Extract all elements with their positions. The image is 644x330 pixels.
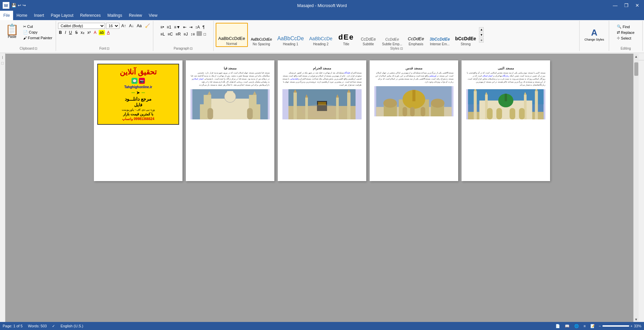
style-heading2[interactable]: AaBbCcDe Heading 2 [307,23,335,47]
paragraph-expand-icon[interactable]: ⊡ [190,47,193,50]
menu-page-layout[interactable]: Page Layout [47,11,76,20]
svg-rect-41 [505,94,507,102]
font-expand-icon[interactable]: ⊡ [107,47,109,50]
menu-file[interactable]: File [0,11,13,20]
font-grow-btn[interactable]: A↑ [120,23,127,29]
select-button[interactable]: ⊹ Select [615,36,636,41]
styles-scroll-down[interactable]: ▼ [479,33,484,37]
increase-indent-btn[interactable]: ⇥ [188,24,194,30]
styles-expand-icon[interactable]: ⊡ [400,47,403,50]
subscript-btn[interactable]: x₂ [80,30,86,35]
zoom-level[interactable]: 33% [634,324,641,328]
align-right-btn[interactable]: ≡R [174,31,182,37]
outline-btn[interactable]: ≡ [583,324,587,328]
menu-review[interactable]: Review [125,11,145,20]
save-quick-btn[interactable]: 💾 [11,3,16,8]
clipboard-expand-icon[interactable]: ⊡ [35,47,37,50]
style-intense-emph-preview: 3bCcDdEe [430,37,450,42]
cut-button[interactable]: ✂ Cut [22,24,54,29]
align-left-btn[interactable]: ≡L [159,31,166,37]
font-family-select[interactable]: Calibri (Body) [58,23,105,29]
menu-insert[interactable]: Insert [31,11,47,20]
line-spacing-btn[interactable]: ↕≡ [190,31,196,37]
redo-quick-btn[interactable]: ↪ [22,3,26,8]
style-intense-emphasis[interactable]: 3bCcDdEe Intense Em... [427,23,452,47]
show-marks-btn[interactable]: ¶ [202,24,206,30]
zoom-in-btn[interactable]: + [631,324,633,328]
text-highlight-btn[interactable]: ab [99,30,105,35]
replace-button[interactable]: ⇄ Replace [615,30,636,35]
copy-button[interactable]: 📄 Copy [22,30,54,35]
style-subtitle[interactable]: CcDdEe Subtitle [358,23,379,47]
decrease-indent-btn[interactable]: ⇤ [182,24,187,30]
menu-references[interactable]: References [77,11,104,20]
scroll-thumb[interactable] [634,62,638,76]
left-sidebar: | ⬚ [0,54,5,322]
style-strong[interactable]: bCcDdEe Strong [453,23,478,47]
clear-format-btn[interactable]: 🧹 [144,23,151,29]
style-emphasis[interactable]: CcDdEe Emphasis [405,23,427,47]
menu-home[interactable]: Home [13,11,31,20]
para-row2: ≡L ≡C ≡R ≡J ↕≡ □ [159,31,207,37]
paste-button[interactable]: 📋 Paste [3,23,21,40]
full-reading-btn[interactable]: 📖 [564,324,571,329]
word-logo: W [3,2,9,9]
italic-button[interactable]: I [64,30,67,35]
language[interactable]: English (U.S.) [60,324,83,328]
justify-btn[interactable]: ≡J [182,31,189,37]
numbering-btn[interactable]: ≡1 [166,24,172,30]
text-effects-btn[interactable]: A [93,30,98,35]
font-color-btn[interactable]: A [106,30,111,35]
style-intense-emph-label: Intense Em... [430,42,450,46]
style-title[interactable]: dEe Title [335,23,357,47]
underline-button[interactable]: U [68,30,73,35]
scroll-up-btn[interactable]: ▲ [634,54,639,59]
style-nospacing-label: No Spacing [253,42,270,46]
shading-btn[interactable] [197,31,202,36]
restore-btn[interactable]: ❐ [622,2,631,9]
menu-view[interactable]: View [146,11,161,20]
style-nospacing[interactable]: AaBbCcDdEe No Spacing [249,23,274,47]
title-bar-left: W 💾 ↩ ↪ [3,2,26,9]
minimize-btn[interactable]: — [611,2,620,9]
change-styles-button[interactable]: A Change Styles [582,23,607,46]
zoom-control: − + 33% [599,324,641,328]
undo-quick-btn[interactable]: ↩ [18,3,21,8]
font-size-select[interactable]: 16 [106,23,119,29]
word-count: Words: 503 [28,324,47,328]
strikethrough-btn[interactable]: S̶ [74,30,79,35]
styles-more[interactable]: ≡ [479,38,484,43]
align-center-btn[interactable]: ≡C [167,31,174,37]
print-layout-btn[interactable]: 📄 [554,324,561,329]
font-shrink-btn[interactable]: A↓ [128,23,135,29]
close-btn[interactable]: ✕ [633,2,641,9]
scroll-down-btn[interactable]: ▼ [634,317,639,322]
change-styles-label: Change Styles [584,38,604,42]
font-row2: B I U S̶ x₂ x² A ab A [58,30,151,35]
style-normal-preview: AaBbCcDdEe [218,36,245,41]
scroll-track [634,59,639,317]
bold-button[interactable]: B [58,30,63,35]
styles-scroll-up[interactable]: ▲ [479,27,484,32]
menu-mailings[interactable]: Mailings [104,11,125,20]
style-subtle-emphasis[interactable]: CcDdEe Subtle Emp... [380,23,405,47]
format-painter-button[interactable]: 🖌 Format Painter [22,36,54,40]
draft-btn[interactable]: 📝 [589,324,596,329]
style-normal[interactable]: AaBbCcDdEe Normal [216,23,248,47]
web-layout-btn[interactable]: 🌐 [573,324,580,329]
bullets-btn[interactable]: ≡• [159,24,165,30]
superscript-btn[interactable]: x² [87,30,92,35]
quick-access: 💾 ↩ ↪ [11,3,26,8]
sidebar-tool-2[interactable]: ⬚ [0,61,5,65]
style-emphasis-preview: CcDdEe [408,36,424,42]
style-heading1[interactable]: AaBbCcDe Heading 1 [275,23,306,47]
borders-btn[interactable]: □ [203,31,207,37]
zoom-slider[interactable] [602,325,629,327]
find-button[interactable]: 🔍 Find [615,24,636,29]
change-case-btn[interactable]: Aa [136,23,143,29]
zoom-out-btn[interactable]: − [599,324,601,328]
multilevel-btn[interactable]: ≡▼ [173,24,181,30]
sort-btn[interactable]: ↕A [194,24,201,30]
svg-rect-44 [535,91,538,119]
sidebar-tool-1[interactable]: | [0,55,5,60]
